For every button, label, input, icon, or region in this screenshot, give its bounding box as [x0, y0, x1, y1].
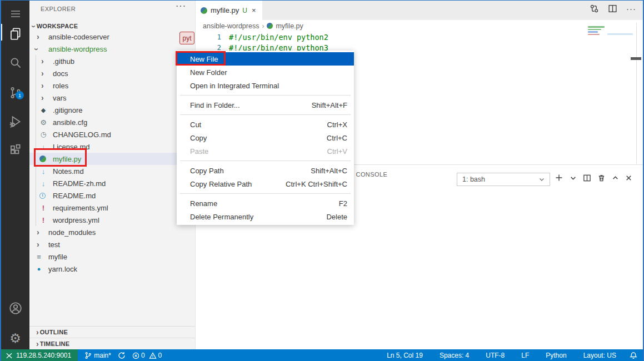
menu-item-new-file[interactable]: New File	[177, 52, 354, 66]
new-terminal-icon[interactable]	[555, 173, 563, 182]
tree-item-label: wordpress.yml	[53, 216, 99, 224]
extensions-icon[interactable]	[1, 139, 29, 162]
outline-section-header[interactable]: › OUTLINE	[29, 326, 195, 338]
breadcrumb-folder[interactable]: ansible-wordpress	[203, 22, 259, 30]
split-terminal-icon[interactable]	[583, 174, 591, 182]
chevron-right-icon: ›	[39, 82, 44, 89]
explorer-more-actions-icon[interactable]: ···	[176, 1, 186, 11]
encoding[interactable]: UTF-8	[482, 352, 508, 359]
keyboard-layout[interactable]: Layout: US	[580, 352, 620, 359]
menu-item-open-in-integrated-terminal[interactable]: Open in Integrated Terminal	[177, 79, 354, 92]
tree-item-changelog-md[interactable]: ◷CHANGELOG.md	[29, 128, 195, 141]
source-control-icon[interactable]	[1, 82, 29, 104]
chevron-right-icon: ›	[35, 33, 39, 41]
tree-item-label: ansible-wordpress	[48, 45, 107, 53]
problems-item[interactable]: 0 0	[129, 349, 165, 361]
menu-item-label: New Folder	[190, 68, 347, 77]
remote-indicator[interactable]: 119.28.5.240:9001	[1, 349, 78, 361]
tree-item-roles[interactable]: ›roles	[29, 79, 195, 92]
tree-item-label: License.md	[53, 143, 89, 151]
account-icon[interactable]	[1, 297, 29, 319]
close-panel-icon[interactable]	[625, 174, 632, 182]
tree-item-label: roles	[53, 82, 68, 90]
tree-item-label: CHANGELOG.md	[53, 131, 111, 139]
tab-close-icon[interactable]: ×	[252, 6, 256, 14]
search-icon[interactable]	[1, 52, 29, 74]
chevron-down-icon[interactable]	[570, 174, 577, 182]
tab-myfile-py[interactable]: myfile.py U ×	[196, 1, 262, 20]
breadcrumb-file[interactable]: myfile.py	[276, 22, 303, 30]
chevron-up-icon[interactable]	[612, 174, 619, 182]
tree-item-requirements-yml[interactable]: !requirements.yml	[29, 202, 195, 214]
tree-item-ansible-cfg[interactable]: ⚙ansible.cfg	[29, 116, 195, 128]
language-mode[interactable]: Python	[542, 352, 570, 359]
trash-icon[interactable]	[597, 174, 606, 182]
menu-item-delete-permanently[interactable]: Delete PermanentlyDelete	[177, 210, 354, 223]
sync-item[interactable]	[114, 349, 129, 361]
open-changes-icon[interactable]	[590, 4, 599, 13]
terminal-select[interactable]: 1: bash	[457, 173, 550, 186]
tree-item-test[interactable]: ›test	[29, 238, 195, 250]
explorer-icon[interactable]	[1, 23, 29, 45]
git-icon: ◆	[39, 106, 47, 114]
run-debug-icon[interactable]	[1, 111, 29, 133]
bell-icon[interactable]	[630, 352, 637, 359]
tree-item-vars[interactable]: ›vars	[29, 92, 195, 104]
tree-item-wordpress-yml[interactable]: !wordpress.yml	[29, 214, 195, 226]
menu-icon[interactable]	[1, 3, 29, 25]
tree-item-yarn-lock[interactable]: ●yarn.lock	[29, 263, 195, 275]
tree-item-docs[interactable]: ›docs	[29, 67, 195, 79]
menu-item-copy-path[interactable]: Copy PathShift+Alt+C	[177, 164, 354, 177]
indentation[interactable]: Spaces: 4	[436, 352, 472, 359]
menu-item-new-folder[interactable]: New Folder	[177, 66, 354, 79]
tree-item-notes-md[interactable]: ↓Notes.md	[29, 165, 195, 177]
chevron-down-icon	[538, 176, 545, 183]
timeline-section-header[interactable]: › TIMELINE	[29, 338, 195, 349]
tree-item-node-modules[interactable]: ›node_modules	[29, 226, 195, 238]
tree-item-myfile-py[interactable]: myfile.py	[29, 153, 195, 165]
status-bar-right: Ln 5, Col 19 Spaces: 4 UTF-8 LF Python L…	[383, 352, 644, 359]
tree-item-license-md[interactable]: ↓License.md	[29, 141, 195, 153]
markdown-icon: ↓	[39, 179, 47, 187]
menu-item-rename[interactable]: RenameF2	[177, 197, 354, 210]
tree-item-label: node_modules	[48, 228, 96, 237]
editor-actions: ···	[590, 4, 636, 13]
menu-separator	[180, 193, 351, 194]
git-branch-item[interactable]: main*	[81, 349, 114, 361]
tree-item-label: myfile	[48, 253, 67, 261]
settings-gear-icon[interactable]: ⚙	[1, 327, 29, 349]
status-bar: 119.28.5.240:9001 main* 0 0 Ln 5, Col 19…	[1, 349, 644, 361]
tree-item-ansible-wordpress[interactable]: ›ansible-wordpress	[29, 43, 195, 55]
minimap-border	[636, 23, 637, 164]
tree-item-myfile[interactable]: ≡myfile	[29, 250, 195, 263]
menu-item-copy[interactable]: CopyCtrl+C	[177, 131, 354, 144]
tree-item-label: .github	[53, 57, 74, 66]
menu-item-label: Paste	[190, 147, 327, 156]
menu-item-copy-relative-path[interactable]: Copy Relative PathCtrl+K Ctrl+Shift+C	[177, 177, 354, 190]
menu-item-find-in-folder-[interactable]: Find in Folder...Shift+Alt+F	[177, 98, 354, 112]
menu-item-cut[interactable]: CutCtrl+X	[177, 118, 354, 131]
code-area[interactable]: 1 #!/usr/bin/env python2 2 #!/usr/bin/en…	[196, 32, 644, 53]
tree-item-label: ansible.cfg	[53, 118, 87, 127]
tree-item--gitignore[interactable]: ◆.gitignore	[29, 104, 195, 116]
tree-item-readme-zh-md[interactable]: ↓README-zh.md	[29, 177, 195, 189]
tree-item-ansible-codeserver[interactable]: ›ansible-codeserver	[29, 31, 195, 43]
more-actions-icon[interactable]: ···	[626, 4, 636, 13]
scrollbar-slider[interactable]	[631, 57, 641, 60]
tree-item--github[interactable]: ›.github	[29, 55, 195, 67]
code-line: 1 #!/usr/bin/env python2	[196, 32, 644, 42]
workspace-section-header[interactable]: › WORKSPACE	[29, 21, 195, 32]
eol-sequence[interactable]: LF	[518, 352, 532, 359]
chevron-down-icon: ›	[33, 48, 41, 51]
tree-item-readme-md[interactable]: iREADME.md	[29, 189, 195, 202]
tree-item-label: myfile.py	[53, 155, 81, 163]
chevron-down-icon: ›	[30, 25, 38, 28]
tree-item-label: README-zh.md	[53, 179, 106, 188]
branch-icon	[84, 352, 92, 359]
text-icon: ≡	[35, 253, 43, 260]
minimap-line	[588, 29, 601, 31]
python-icon	[39, 156, 46, 162]
split-editor-icon[interactable]	[608, 4, 617, 13]
cursor-position[interactable]: Ln 5, Col 19	[383, 352, 426, 359]
yarn-icon: ●	[35, 265, 43, 273]
